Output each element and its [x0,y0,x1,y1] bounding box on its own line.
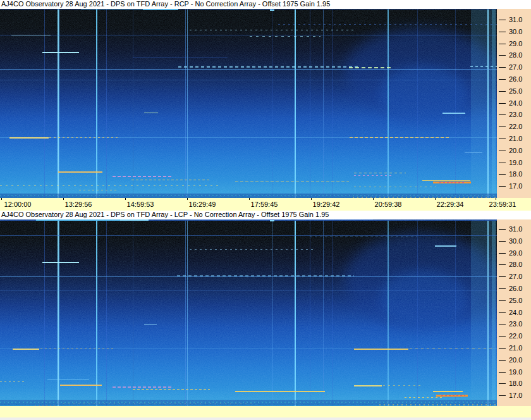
intensity-wash [379,270,468,327]
freq-tick-mark [499,324,506,324]
freq-tick-label: 24.0 [509,99,522,107]
rfi-frequency-line [0,80,497,80]
freq-tick-mark [499,186,506,187]
rfi-frequency-line [441,395,465,396]
freq-tick-mark [499,103,506,104]
noise-texture-overlay [0,9,497,198]
freq-tick-label: 24.0 [509,309,522,316]
freq-tick-label: 28.0 [509,51,522,59]
rfi-frequency-line [310,237,417,237]
freq-tick-label: 17.0 [509,182,522,190]
freq-tick-mark [499,127,506,127]
freq-tick-label: 31.0 [509,16,522,23]
rfi-frequency-line [270,9,274,11]
vertical-interference-line [295,9,296,198]
rfi-frequency-line [47,380,89,380]
vertical-interference-line [96,9,97,198]
rfi-frequency-line [349,67,393,68]
rfi-frequency-line [0,219,497,221]
rfi-frequency-line [11,35,51,35]
rfi-frequency-line [42,52,79,53]
freq-tick-mark [499,151,506,151]
rfi-frequency-line [270,220,274,221]
rfi-frequency-line [0,235,497,236]
vertical-interference-line [272,9,272,198]
freq-tick-mark [499,360,506,361]
rfi-frequency-line [81,9,143,9]
freq-tick-label: 19.0 [509,159,522,166]
rfi-frequency-line [190,249,316,250]
vertical-interference-line [58,9,59,198]
vertical-interference-line [106,219,107,406]
rfi-frequency-line [0,276,497,277]
rfi-frequency-line [190,30,355,30]
freq-tick-mark [499,336,506,337]
spectrogram-panel-lcp: AJ4CO Observatory 28 Aug 2021 - DPS on T… [0,211,531,417]
rfi-frequency-line [177,275,354,276]
rfi-frequency-line [0,185,221,186]
rfi-frequency-line [354,349,408,350]
rfi-frequency-line [379,404,497,405]
vertical-interference-line [187,9,188,198]
freq-tick-label: 26.0 [509,285,522,292]
panel-title-rcp: AJ4CO Observatory 28 Aug 2021 - DPS on T… [0,0,531,9]
spectrogram-plot-lcp [0,219,497,406]
time-axis-rcp: 12:00:0013:29:5614:59:5316:29:4917:59:45… [0,198,531,211]
freq-tick-label: 17.0 [509,392,522,399]
freq-tick-mark [499,20,506,20]
intensity-wash [379,66,468,123]
vertical-interference-line [96,219,97,406]
time-tick-label: 19:29:42 [313,201,340,208]
freq-tick-mark [499,312,506,313]
freq-tick-mark [499,348,506,349]
time-tick-label: 14:59:53 [127,201,154,208]
vertical-interference-line [332,9,333,198]
rfi-frequency-line [0,349,497,349]
rfi-frequency-line [60,385,102,386]
freq-tick-label: 27.0 [509,63,522,71]
rfi-frequency-line [36,219,120,221]
rfi-frequency-line [433,182,471,183]
rfi-frequency-line [0,381,25,382]
time-tick-mark [125,198,126,200]
freq-tick-mark [499,300,506,301]
freq-tick-mark [499,288,506,289]
rfi-frequency-line [250,36,320,37]
panel-body-lcp: 31.030.029.028.027.026.025.024.023.022.0… [0,219,531,406]
vertical-interference-line [185,9,186,198]
vertical-interference-line [133,219,133,406]
rfi-frequency-line [354,173,406,173]
rfi-frequency-line [63,404,253,404]
rfi-frequency-line [79,190,117,190]
freq-tick-mark [499,174,506,175]
time-tick-label: 23:59:31 [489,201,516,208]
vertical-interference-line [185,219,186,406]
vertical-interference-line [332,219,333,406]
spectrogram-panel-rcp: AJ4CO Observatory 28 Aug 2021 - DPS on T… [0,0,531,211]
rfi-frequency-line [13,349,39,350]
freq-tick-mark [499,44,506,44]
time-tick-label: 20:59:38 [375,201,402,208]
vertical-interference-line [487,9,489,198]
freq-tick-label: 27.0 [509,273,522,280]
freq-tick-mark [499,114,506,115]
time-tick-label: 12:00:00 [4,201,32,208]
rfi-frequency-line [143,9,178,10]
vertical-interference-line [44,219,45,406]
vertical-interference-line [323,219,324,406]
frequency-axis-lcp: 31.030.029.028.027.026.025.024.023.022.0… [497,219,531,406]
vertical-interference-line [455,219,456,406]
time-tick-mark [187,198,188,200]
rfi-frequency-line [354,187,436,187]
time-tick-mark [1,198,2,200]
rfi-frequency-line [49,137,120,138]
freq-tick-mark [499,139,506,139]
time-tick-mark [435,198,436,200]
rfi-frequency-line [0,400,497,405]
rfi-frequency-line [144,113,158,113]
rfi-frequency-line [278,24,497,25]
vertical-interference-line [59,9,60,198]
rfi-frequency-line [42,262,79,263]
window-background-strip [0,417,531,420]
panel-body-rcp: 31.030.029.028.027.026.025.024.023.022.0… [0,9,531,198]
